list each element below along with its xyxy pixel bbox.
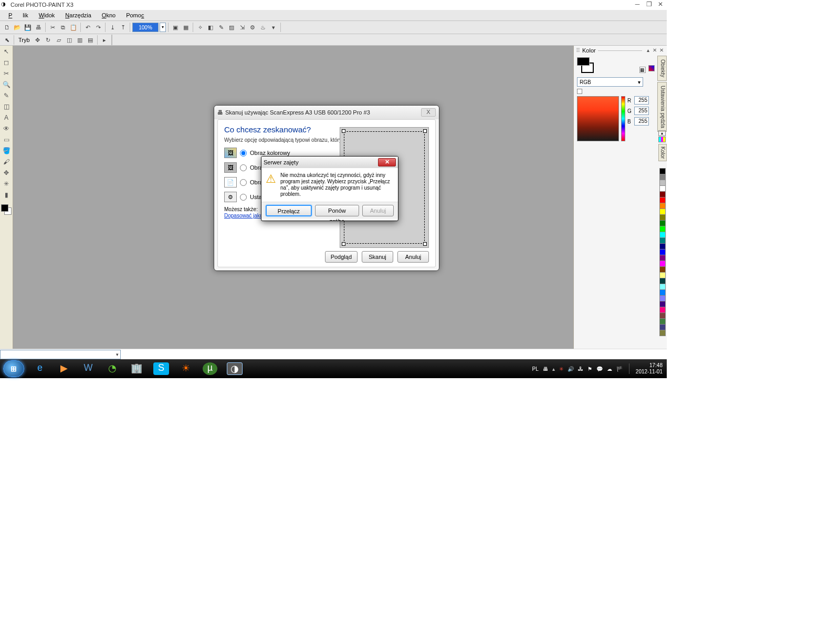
fullscreen-icon[interactable]: ▣ xyxy=(171,23,180,32)
mask-icon[interactable]: ◧ xyxy=(206,23,215,32)
dropdown-icon[interactable]: ▾ xyxy=(269,23,278,32)
menu-view[interactable]: Widok xyxy=(34,11,60,19)
building-icon[interactable]: 🏢 xyxy=(129,362,144,375)
sun-icon[interactable]: ☀ xyxy=(178,362,193,375)
palette-flag-icon[interactable] xyxy=(658,137,666,142)
scan-cancel-button[interactable]: Anuluj xyxy=(397,251,429,263)
menu-tools[interactable]: Narzędzia xyxy=(60,11,97,19)
scan-close-button[interactable]: X xyxy=(421,108,436,117)
docker-close2-icon[interactable]: ✕ xyxy=(658,47,665,54)
ie-icon[interactable]: e xyxy=(33,362,47,375)
tray-shield-icon[interactable]: ⚑ xyxy=(587,366,592,372)
radio-bw[interactable] xyxy=(240,179,247,186)
retry-button[interactable]: Ponów próbę xyxy=(315,205,359,216)
mode5-icon[interactable]: ▥ xyxy=(75,35,85,45)
menu-window[interactable]: Okno xyxy=(97,11,121,19)
effect-tool-icon[interactable]: ✳ xyxy=(2,180,11,189)
g-input[interactable]: 255 xyxy=(634,107,649,115)
fgbg-swatch[interactable] xyxy=(1,204,12,215)
hue-slider[interactable] xyxy=(621,96,625,141)
tab-brush-settings[interactable]: Ustawienia pędzla xyxy=(657,82,667,132)
menu-file[interactable]: Plik xyxy=(3,11,34,19)
tray-flag-up-icon[interactable]: ▴ xyxy=(552,366,555,372)
mode2-icon[interactable]: ↻ xyxy=(44,35,53,45)
b-input[interactable]: 255 xyxy=(634,117,649,126)
play-icon[interactable]: ▸ xyxy=(100,35,109,45)
palette2-icon[interactable] xyxy=(648,65,655,71)
handle-br[interactable] xyxy=(423,242,427,246)
zoom-tool-icon[interactable]: 🔍 xyxy=(2,81,11,90)
open-icon[interactable]: 📂 xyxy=(13,23,22,32)
options-icon[interactable]: ⚙ xyxy=(248,23,257,32)
paste-icon[interactable]: 📋 xyxy=(69,23,78,32)
radio-color[interactable] xyxy=(240,150,247,157)
text-tool-icon[interactable]: A xyxy=(2,114,11,123)
skype-icon[interactable]: S xyxy=(153,362,169,375)
r-input[interactable]: 255 xyxy=(634,96,649,105)
radio-gray[interactable] xyxy=(240,164,247,171)
tray-icon1[interactable]: 🖶 xyxy=(543,366,548,372)
wand-icon[interactable]: ✧ xyxy=(195,23,205,32)
photopaint-task-icon[interactable]: ◑ xyxy=(227,362,243,375)
docker-close-icon[interactable]: ✕ xyxy=(652,47,658,54)
launch-icon[interactable]: ⇲ xyxy=(237,23,247,32)
handle-tl[interactable] xyxy=(342,129,345,133)
mode4-icon[interactable]: ◫ xyxy=(65,35,74,45)
start-button[interactable]: ⊞ xyxy=(3,360,24,377)
wmp-icon[interactable]: ▶ xyxy=(57,362,71,375)
docker-collapse-icon[interactable]: ▴ xyxy=(645,47,651,54)
shadow-tool-icon[interactable]: ▮ xyxy=(2,191,11,200)
radio-custom[interactable] xyxy=(240,194,247,201)
handle-tr[interactable] xyxy=(423,129,427,133)
clock[interactable]: 17:48 2012-11-01 xyxy=(636,362,663,375)
save-icon[interactable]: 💾 xyxy=(23,23,33,32)
export-icon[interactable]: ⤒ xyxy=(118,23,128,32)
rulers-icon[interactable]: ▦ xyxy=(181,23,191,32)
maximize-button[interactable]: ❐ xyxy=(644,1,654,9)
tray-network-icon[interactable]: 🖧 xyxy=(578,366,583,372)
fill-icon[interactable]: ▨ xyxy=(227,23,236,32)
clone-tool-icon[interactable]: ✥ xyxy=(2,169,11,178)
pointer-icon[interactable]: ⬉ xyxy=(2,35,12,45)
copy-icon[interactable]: ⧉ xyxy=(58,23,68,32)
lang-indicator[interactable]: PL xyxy=(532,366,539,372)
fill-tool-icon[interactable]: 🪣 xyxy=(2,147,11,156)
palette-up-icon[interactable]: ▴ xyxy=(658,130,666,136)
zoom-input[interactable]: 100% xyxy=(132,23,159,32)
undo-icon[interactable]: ↶ xyxy=(83,23,92,32)
minimize-button[interactable]: ─ xyxy=(632,1,643,9)
tray-msg-icon[interactable]: 💬 xyxy=(596,366,603,372)
mode1-icon[interactable]: ✥ xyxy=(33,35,43,45)
tray-flag-icon[interactable]: 🏴 xyxy=(616,366,623,372)
tray-red-icon[interactable]: ✳ xyxy=(559,366,563,372)
close-button[interactable]: ✕ xyxy=(655,1,666,9)
zoom-dropdown[interactable]: ▾ xyxy=(160,23,166,32)
word-icon[interactable]: W xyxy=(81,362,96,375)
mode6-icon[interactable]: ▤ xyxy=(86,35,95,45)
mode3-icon[interactable]: ▱ xyxy=(54,35,64,45)
switch-to-button[interactable]: Przełącz na... xyxy=(266,205,312,216)
tray-chat-icon[interactable]: ☁ xyxy=(607,366,612,372)
color-picker[interactable] xyxy=(577,96,619,141)
tab-objects[interactable]: Obiekty xyxy=(657,56,667,81)
eyedropper-icon[interactable]: ✎ xyxy=(2,92,11,101)
limewire-icon[interactable]: ◔ xyxy=(105,362,120,375)
preview-button[interactable]: Podgląd xyxy=(325,251,358,263)
handle-bl[interactable] xyxy=(342,242,345,246)
grip-icon[interactable]: ⠿ xyxy=(576,47,580,54)
redeye-icon[interactable]: 👁 xyxy=(2,125,11,134)
brush-tool-icon[interactable]: 🖌 xyxy=(2,158,11,167)
palette-swatch[interactable] xyxy=(659,330,666,336)
redo-icon[interactable]: ↷ xyxy=(93,23,103,32)
mask-rect-icon[interactable]: ◻ xyxy=(2,59,11,68)
crop-icon[interactable]: ✂ xyxy=(2,70,11,79)
color-mode-dropdown[interactable]: RGB▾ xyxy=(577,77,643,87)
menu-help[interactable]: Pomoc xyxy=(121,11,149,19)
palette1-icon[interactable]: ▦ xyxy=(639,67,646,73)
pick-tool-icon[interactable]: ↖ xyxy=(2,48,11,57)
color-fgbg[interactable] xyxy=(577,57,596,74)
rect-tool-icon[interactable]: ▭ xyxy=(2,136,11,145)
path-icon[interactable]: ✎ xyxy=(216,23,226,32)
cut-icon[interactable]: ✂ xyxy=(48,23,57,32)
tab-color[interactable]: Kolor xyxy=(658,144,667,161)
